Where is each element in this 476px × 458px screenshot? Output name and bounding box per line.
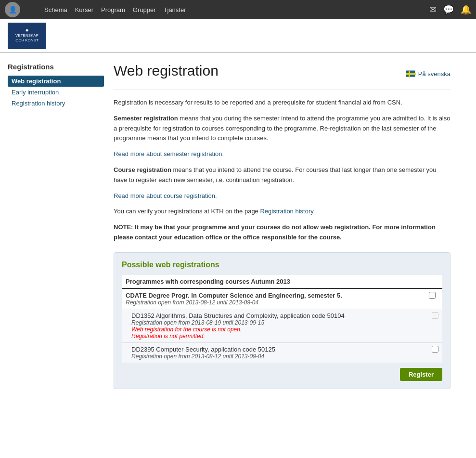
verify-paragraph: You can verify your registrations at KTH… (114, 207, 450, 217)
logo-bar: ◆ VETENSKAP OCH KONST (0, 19, 476, 53)
main-layout: Registrations Web registration Early int… (0, 53, 476, 399)
nav-schema[interactable]: Schema (44, 6, 67, 13)
sidebar-item-early-interruption[interactable]: Early interruption (8, 87, 104, 98)
course-2-checkbox-cell[interactable] (422, 342, 442, 363)
register-row: Register (122, 368, 442, 381)
logo-text: ◆ VETENSKAP OCH KONST (15, 28, 39, 43)
course-1-checkbox-cell[interactable] (422, 309, 442, 342)
course-1-dates: Registration open from 2013-08-19 until … (131, 319, 418, 326)
reg-box-title: Possible web registrations (122, 261, 442, 269)
course-bold: Course registration (114, 166, 171, 173)
nav-kurser[interactable]: Kurser (75, 6, 93, 13)
course-2-info: DD2395 Computer Security, application co… (122, 342, 422, 363)
programme-dates: Registration open from 2013-08-12 until … (126, 299, 418, 306)
sidebar-item-registration-history[interactable]: Registration history (8, 98, 104, 109)
sidebar: Registrations Web registration Early int… (8, 63, 104, 389)
nav-program[interactable]: Program (101, 6, 125, 13)
semester-link[interactable]: Read more about semester registration. (114, 150, 224, 157)
user-avatar[interactable]: 👤 (5, 2, 20, 17)
course-2-checkbox[interactable] (432, 346, 438, 353)
semester-paragraph: Semester registration means that you dur… (114, 114, 450, 144)
top-navigation: 👤 Schema Kurser Program Grupper Tjänster… (0, 0, 476, 19)
swedish-flag-icon (406, 70, 415, 77)
course-1-error2: Registration is not permitted. (131, 333, 418, 340)
course-1-name: DD1352 Algorithms, Data Structures and C… (131, 312, 418, 319)
course-2-dates: Registration open from 2013-08-12 until … (131, 353, 418, 360)
bell-icon[interactable]: 🔔 (461, 4, 471, 15)
course-1-error1: Web registration for the course is not o… (131, 326, 418, 333)
course-row-2: DD2395 Computer Security, application co… (122, 342, 442, 363)
nav-grupper[interactable]: Grupper (133, 6, 156, 13)
verify-end: . (313, 208, 315, 215)
course-paragraph: Course registration means that you inten… (114, 165, 450, 185)
programme-info: CDATE Degree Progr. in Computer Science … (122, 288, 422, 309)
semester-link-paragraph: Read more about semester registration. (114, 149, 450, 159)
note-paragraph: NOTE: It may be that your programme and … (114, 222, 450, 243)
registration-table: Programmes with corresponding courses Au… (122, 275, 442, 363)
programme-name: CDATE Degree Progr. in Computer Science … (126, 292, 418, 299)
course-2-name: DD2395 Computer Security, application co… (131, 346, 418, 353)
course-1-info: DD1352 Algorithms, Data Structures and C… (122, 309, 422, 342)
lang-switch-link[interactable]: På svenska (406, 70, 450, 78)
programme-checkbox-cell[interactable] (422, 288, 442, 309)
sidebar-item-web-registration[interactable]: Web registration (8, 76, 104, 87)
nav-tjanster[interactable]: Tjänster (164, 6, 186, 13)
nav-icon-group: ✉ 💬 🔔 (429, 4, 471, 15)
course-link-paragraph: Read more about course registration. (114, 191, 450, 201)
verify-text: You can verify your registrations at KTH… (114, 208, 260, 215)
page-title: Web registration (114, 63, 219, 79)
register-button[interactable]: Register (400, 368, 442, 381)
course-link[interactable]: Read more about course registration. (114, 192, 217, 199)
course-row-1: DD1352 Algorithms, Data Structures and C… (122, 309, 442, 342)
programme-row: CDATE Degree Progr. in Computer Science … (122, 288, 442, 309)
chat-icon[interactable]: 💬 (443, 4, 454, 15)
lang-switch-label: På svenska (418, 70, 450, 78)
verify-link[interactable]: Registration history (260, 208, 313, 215)
semester-bold: Semester registration (114, 115, 178, 122)
possible-registrations-box: Possible web registrations Programmes wi… (114, 252, 450, 389)
sidebar-title: Registrations (8, 63, 104, 71)
nav-links: Schema Kurser Program Grupper Tjänster (44, 6, 186, 13)
course-1-checkbox[interactable] (432, 312, 438, 319)
table-header-row: Programmes with corresponding courses Au… (122, 275, 442, 288)
content-header: Web registration På svenska (114, 63, 450, 90)
table-header-cell: Programmes with corresponding courses Au… (122, 275, 442, 288)
logo[interactable]: ◆ VETENSKAP OCH KONST (8, 23, 46, 49)
mail-icon[interactable]: ✉ (429, 4, 437, 15)
programme-checkbox[interactable] (429, 292, 436, 299)
intro-paragraph: Registration is necessary for results to… (114, 98, 450, 108)
main-content: Web registration På svenska Registration… (104, 63, 460, 389)
